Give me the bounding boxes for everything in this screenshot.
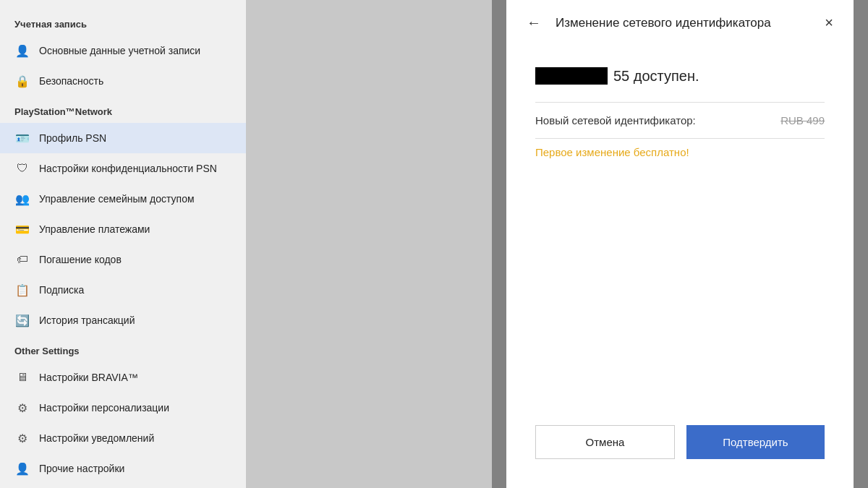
modal-title: Изменение сетевого идентификатора — [556, 16, 810, 30]
price-section: Новый сетевой идентификатор: RUB 499 Пер… — [535, 102, 825, 166]
sidebar-item-personalization[interactable]: ⚙ Настройки персонализации — [0, 393, 246, 423]
sidebar-item-codes-label: Погашение кодов — [39, 253, 122, 266]
sidebar-item-personalization-label: Настройки персонализации — [39, 401, 169, 414]
sidebar-item-subscription[interactable]: 📋 Подписка — [0, 275, 246, 305]
privacy-icon: 🛡 — [14, 160, 30, 176]
payments-icon: 💳 — [14, 221, 30, 237]
subscription-icon: 📋 — [14, 282, 30, 298]
notifications-icon: ⚙ — [14, 430, 30, 446]
sidebar-item-psn-profile[interactable]: 🪪 Профиль PSN — [0, 123, 246, 153]
sidebar-item-psn-profile-label: Профиль PSN — [39, 132, 106, 145]
other-settings-icon: 👤 — [14, 461, 30, 476]
sidebar-item-bravia[interactable]: 🖥 Настройки BRAVIA™ — [0, 362, 246, 393]
sidebar-item-notifications-label: Настройки уведомлений — [39, 432, 154, 445]
security-icon: 🔒 — [14, 73, 30, 89]
sidebar-item-account-data-label: Основные данные учетной записи — [39, 44, 200, 57]
sidebar: Учетная запись 👤 Основные данные учетной… — [0, 0, 246, 488]
sidebar-item-payments[interactable]: 💳 Управление платежами — [0, 214, 246, 244]
sidebar-item-privacy[interactable]: 🛡 Настройки конфиденциальности PSN — [0, 153, 246, 184]
modal-close-button[interactable]: × — [819, 12, 839, 34]
sidebar-item-codes[interactable]: 🏷 Погашение кодов — [0, 244, 246, 275]
available-text: 55 доступен. — [535, 67, 825, 85]
codes-icon: 🏷 — [14, 252, 30, 267]
page-container: Учетная запись 👤 Основные данные учетной… — [0, 0, 868, 488]
psn-profile-icon: 🪪 — [14, 130, 30, 146]
sidebar-item-bravia-label: Настройки BRAVIA™ — [39, 371, 138, 384]
section-account-title: Учетная запись — [0, 9, 246, 35]
sidebar-item-family[interactable]: 👥 Управление семейным доступом — [0, 184, 246, 214]
sidebar-item-subscription-label: Подписка — [39, 283, 84, 296]
sidebar-item-other-settings-label: Прочие настройки — [39, 462, 124, 475]
sidebar-item-account-data[interactable]: 👤 Основные данные учетной записи — [0, 35, 246, 66]
sidebar-item-security-label: Безопасность — [39, 74, 103, 87]
sidebar-item-privacy-label: Настройки конфиденциальности PSN — [39, 162, 217, 175]
modal-header: ← Изменение сетевого идентификатора × — [506, 0, 854, 46]
personalization-icon: ⚙ — [14, 400, 30, 416]
modal-footer: Отмена Подтвердить — [506, 411, 854, 488]
price-label: Новый сетевой идентификатор: — [535, 114, 696, 127]
account-data-icon: 👤 — [14, 43, 30, 59]
modal-back-button[interactable]: ← — [521, 12, 547, 34]
section-other-title: Other Settings — [0, 335, 246, 362]
price-row: Новый сетевой идентификатор: RUB 499 — [535, 102, 825, 139]
modal-dialog: ← Изменение сетевого идентификатора × 55… — [506, 0, 854, 488]
confirm-button[interactable]: Подтвердить — [686, 425, 825, 459]
modal-overlay: ← Изменение сетевого идентификатора × 55… — [492, 0, 868, 488]
modal-body: 55 доступен. Новый сетевой идентификатор… — [506, 46, 854, 411]
family-icon: 👥 — [14, 191, 30, 207]
sidebar-item-security[interactable]: 🔒 Безопасность — [0, 66, 246, 96]
cancel-button[interactable]: Отмена — [535, 425, 675, 459]
sidebar-item-payments-label: Управление платежами — [39, 223, 150, 236]
sidebar-item-transactions-label: История трансакций — [39, 314, 135, 327]
sidebar-item-notifications[interactable]: ⚙ Настройки уведомлений — [0, 423, 246, 453]
redacted-username — [535, 67, 608, 85]
available-suffix: 55 доступен. — [613, 68, 699, 85]
price-value: RUB 499 — [780, 114, 825, 127]
transactions-icon: 🔄 — [14, 312, 30, 328]
sidebar-item-other-settings[interactable]: 👤 Прочие настройки — [0, 453, 246, 484]
sidebar-item-family-label: Управление семейным доступом — [39, 192, 195, 205]
sidebar-item-transactions[interactable]: 🔄 История трансакций — [0, 305, 246, 335]
free-change-text: Первое изменение бесплатно! — [535, 146, 689, 158]
section-psn-title: PlayStation™Network — [0, 96, 246, 123]
main-content: Изменить Изменить Изменить Изменить Изме… — [246, 0, 868, 488]
bravia-icon: 🖥 — [14, 369, 30, 385]
